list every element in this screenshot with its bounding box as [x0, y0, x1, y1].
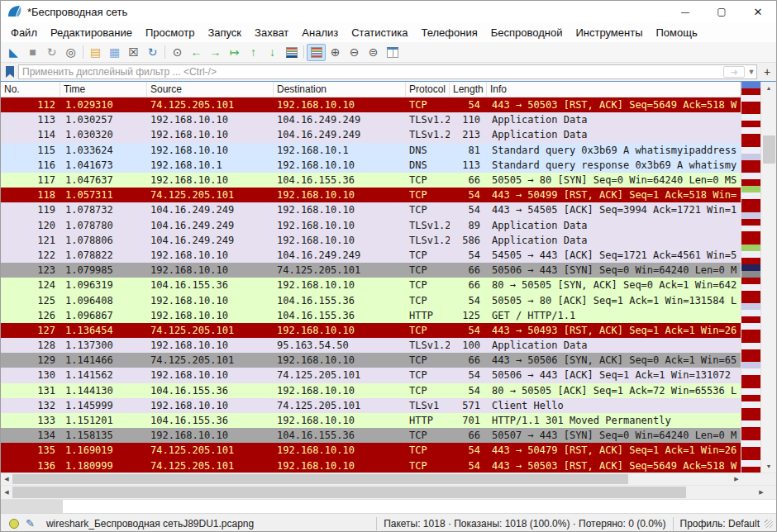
display-filter-input[interactable]: [19, 66, 723, 78]
vertical-scrollbar[interactable]: [760, 82, 776, 473]
scroll-up-icon[interactable]: [761, 82, 776, 94]
packet-row[interactable]: 1261.096867192.168.10.10104.16.155.36HTT…: [1, 308, 741, 323]
packet-row[interactable]: 1321.145999192.168.10.1074.125.205.101TL…: [1, 398, 741, 413]
packet-row[interactable]: 1221.078822192.168.10.10104.16.249.249TC…: [1, 248, 741, 263]
packet-row[interactable]: 1171.047637192.168.10.10104.16.155.36TCP…: [1, 173, 741, 188]
reload-file-icon[interactable]: ↻: [143, 44, 162, 61]
auto-scroll-icon[interactable]: [282, 44, 301, 61]
menu-item[interactable]: Беспроводной: [484, 25, 570, 40]
go-back-icon[interactable]: ←: [187, 44, 206, 61]
vertical-scroll-thumb[interactable]: [763, 135, 775, 164]
menu-item[interactable]: Запуск: [201, 25, 248, 40]
zoom-in-icon[interactable]: ⊕: [326, 44, 345, 61]
open-file-icon[interactable]: ▤: [86, 44, 105, 61]
packet-row[interactable]: 1211.078806104.16.249.249192.168.10.10TL…: [1, 233, 741, 248]
pane-hscrollbar[interactable]: [1, 486, 767, 499]
column-header-time[interactable]: Time: [60, 82, 147, 97]
packet-row[interactable]: 1341.158135192.168.10.10104.16.155.36TCP…: [1, 428, 741, 443]
expert-info-icon[interactable]: [9, 519, 19, 529]
packet-row[interactable]: 1231.079985192.168.10.1074.125.205.101TC…: [1, 263, 741, 278]
zoom-original-icon[interactable]: ⊜: [364, 44, 383, 61]
packet-row[interactable]: 1191.078732104.16.249.249192.168.10.10TC…: [1, 202, 741, 217]
scroll-left-icon[interactable]: [1, 476, 12, 482]
column-header-protocol[interactable]: Protocol: [406, 82, 450, 97]
column-header-destination[interactable]: Destination: [274, 82, 406, 97]
packet-row[interactable]: 1151.033624192.168.10.10192.168.10.1DNS8…: [1, 143, 741, 158]
go-last-icon[interactable]: ↓: [263, 44, 282, 61]
packet-row[interactable]: 1241.096319104.16.155.36192.168.10.10TCP…: [1, 278, 741, 292]
restart-capture-icon[interactable]: ↻: [42, 44, 61, 61]
packet-row[interactable]: 1311.144130104.16.155.36192.168.10.10TCP…: [1, 383, 741, 398]
packet-cell: 192.168.10.10: [147, 430, 274, 441]
find-packet-icon[interactable]: ⊙: [168, 44, 187, 61]
stop-capture-icon[interactable]: ■: [23, 44, 42, 61]
packet-row[interactable]: 1331.151201104.16.155.36192.168.10.10HTT…: [1, 413, 741, 428]
minimap-stripe: [741, 245, 760, 251]
close-button[interactable]: [740, 1, 776, 22]
colorize-icon[interactable]: [307, 44, 326, 61]
scroll-left-icon[interactable]: [1, 489, 12, 496]
resize-columns-icon[interactable]: [383, 44, 402, 61]
scroll-down-icon[interactable]: [761, 460, 776, 473]
minimap-stripe: [741, 219, 760, 226]
zoom-out-icon[interactable]: ⊖: [345, 44, 364, 61]
menu-item[interactable]: Просмотр: [139, 25, 201, 40]
menu-item[interactable]: Редактирование: [44, 25, 139, 40]
packet-hscrollbar[interactable]: [1, 473, 742, 485]
column-header-info[interactable]: Info: [487, 82, 741, 97]
filter-dropdown-button[interactable]: [746, 68, 756, 76]
menu-item[interactable]: Телефония: [414, 25, 484, 40]
menu-item[interactable]: Помощь: [650, 25, 704, 40]
hscroll-track-2[interactable]: [12, 486, 756, 499]
packet-cell: 192.168.10.10: [274, 460, 406, 472]
packet-cell: TCP: [406, 385, 450, 397]
packet-row[interactable]: 1131.030257192.168.10.10104.16.249.249TL…: [1, 112, 741, 127]
column-header-source[interactable]: Source: [147, 82, 274, 97]
start-capture-icon[interactable]: ◣: [4, 44, 23, 61]
apply-filter-button[interactable]: [723, 66, 745, 78]
column-header-length[interactable]: Length: [450, 82, 487, 97]
scroll-right-icon[interactable]: [756, 489, 767, 496]
packet-row[interactable]: 1181.05731174.125.205.101192.168.10.10TC…: [1, 188, 741, 202]
hscroll-thumb-1[interactable]: [12, 474, 628, 484]
resize-grip[interactable]: [765, 520, 773, 528]
go-first-icon[interactable]: ↑: [244, 44, 263, 61]
packet-row[interactable]: 1271.13645474.125.205.101192.168.10.10TC…: [1, 323, 741, 338]
packet-row[interactable]: 1291.14146674.125.205.101192.168.10.10TC…: [1, 353, 741, 368]
packet-cell: 116: [1, 159, 60, 171]
packet-row[interactable]: 1301.141562192.168.10.1074.125.205.101TC…: [1, 368, 741, 382]
packet-cell: 1.141466: [60, 354, 147, 366]
packet-row[interactable]: 1121.02931074.125.205.101192.168.10.10TC…: [1, 97, 741, 112]
menu-item[interactable]: Захват: [248, 25, 295, 40]
column-header-no[interactable]: No.: [1, 82, 60, 97]
filter-bookmark-icon[interactable]: [6, 66, 14, 78]
packet-cell: Application Data: [487, 129, 741, 140]
capture-options-icon[interactable]: ◎: [61, 44, 80, 61]
hscroll-track-1[interactable]: [12, 473, 731, 485]
menu-item[interactable]: Файл: [4, 25, 44, 40]
scroll-right-icon[interactable]: [731, 476, 742, 482]
menu-item[interactable]: Анализ: [295, 25, 345, 40]
menu-item[interactable]: Статистика: [345, 25, 414, 40]
minimize-button[interactable]: [667, 1, 703, 22]
profile-label[interactable]: Профиль: Default: [680, 518, 760, 530]
packet-row[interactable]: 1161.041673192.168.10.1192.168.10.10DNS1…: [1, 158, 741, 173]
capture-comment-icon[interactable]: [26, 517, 35, 530]
packet-row[interactable]: 1201.078780104.16.249.249192.168.10.10TL…: [1, 218, 741, 233]
save-file-icon[interactable]: ▦: [105, 44, 124, 61]
go-forward-icon[interactable]: →: [206, 44, 225, 61]
packet-cell: 701: [450, 415, 487, 426]
vertical-scroll-track[interactable]: [761, 94, 776, 460]
packet-row[interactable]: 1281.137300192.168.10.1095.163.54.50TLSv…: [1, 338, 741, 353]
packet-row[interactable]: 1251.096408192.168.10.10104.16.155.36TCP…: [1, 292, 741, 307]
packet-row[interactable]: 1351.16901974.125.205.101192.168.10.10TC…: [1, 443, 741, 458]
packet-row[interactable]: 1361.18099974.125.205.101192.168.10.10TC…: [1, 458, 741, 473]
go-to-packet-icon[interactable]: ↦: [225, 44, 244, 61]
hscroll-thumb-2[interactable]: [12, 487, 686, 498]
menu-item[interactable]: Инструменты: [569, 25, 649, 40]
add-filter-button[interactable]: [760, 64, 774, 79]
maximize-button[interactable]: [703, 1, 740, 22]
packet-row[interactable]: 1141.030320192.168.10.10104.16.249.249TL…: [1, 127, 741, 142]
packet-minimap[interactable]: [741, 82, 760, 473]
close-file-icon[interactable]: ☒: [124, 44, 143, 61]
